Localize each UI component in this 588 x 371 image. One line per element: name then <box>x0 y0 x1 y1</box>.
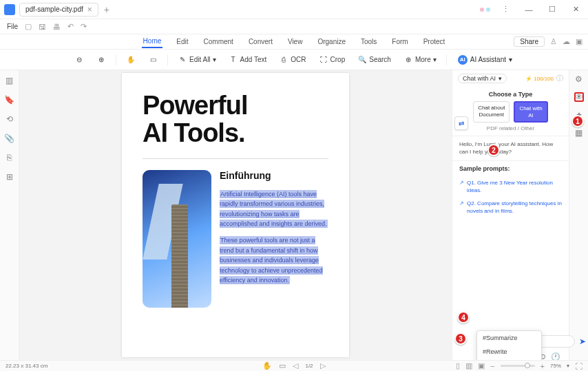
box-icon[interactable]: ▣ <box>576 37 582 46</box>
bookmark-icon[interactable]: 🔖 <box>5 95 14 105</box>
menu-tab-view[interactable]: View <box>286 36 304 47</box>
search-button[interactable]: 🔍Search <box>355 54 394 66</box>
document-viewport[interactable]: Powerful AI Tools. Einführung Artificial… <box>19 70 452 360</box>
print-icon[interactable]: 🖶 <box>53 23 61 31</box>
token-counter: ⚡100/100 <box>525 76 554 82</box>
zoom-in-status[interactable]: + <box>540 362 545 370</box>
menu-tab-edit[interactable]: Edit <box>175 36 189 47</box>
ai-context-menu: #Summarize #Rewrite #Grammar Check #Expl… <box>476 330 542 360</box>
share-button[interactable]: Share <box>514 36 545 47</box>
layers-icon[interactable]: ⊞ <box>5 172 14 182</box>
hand-cursor-icon[interactable]: ✋ <box>262 361 272 370</box>
thumbnails-icon[interactable]: ▥ <box>5 76 14 85</box>
minimize-button[interactable]: — <box>521 3 537 17</box>
sample-prompt-1[interactable]: ↗Q1. Give me 3 New Year resolution ideas… <box>459 176 562 197</box>
open-icon[interactable]: ▢ <box>25 22 32 31</box>
more-button[interactable]: ⊕More▾ <box>401 54 439 66</box>
arrow-icon: ↗ <box>459 179 464 194</box>
add-text-button[interactable]: TAdd Text <box>226 54 270 66</box>
tab-title: pdf-sample-city.pdf <box>25 6 83 13</box>
callout-badge-1: 1 <box>571 115 584 127</box>
doc-title-line1: Powerful <box>143 92 328 120</box>
selected-paragraph-1[interactable]: Artificial Intelligence (AI) tools have … <box>220 190 328 228</box>
menu-tab-comment[interactable]: Comment <box>202 36 235 47</box>
menu-bar: Home Edit Comment Convert View Organize … <box>0 34 588 50</box>
info-icon[interactable]: ⓘ <box>556 74 563 83</box>
eye-icon[interactable]: 👁 <box>574 92 584 102</box>
file-menu[interactable]: File <box>7 23 18 30</box>
settings-slider-icon[interactable]: ⚙ <box>574 74 584 84</box>
next-page-icon[interactable]: ▷ <box>320 361 326 370</box>
doc-subhead: Einführung <box>220 170 328 181</box>
attachment-icon[interactable]: 📎 <box>5 134 14 143</box>
view-facing-icon[interactable]: ▣ <box>478 361 485 370</box>
ocr-button[interactable]: ⎙OCR <box>276 54 308 66</box>
ai-history-icons[interactable]: ⟲🕐 <box>539 352 560 360</box>
share-rail-icon[interactable]: ⟲ <box>5 114 14 124</box>
callout-badge-3: 3 <box>454 332 467 345</box>
menu-tab-protect[interactable]: Protect <box>422 36 447 47</box>
ai-badge-icon: AI <box>458 55 468 65</box>
redo-icon[interactable]: ↷ <box>81 22 87 31</box>
ai-assistant-button[interactable]: AIAI Assistant▾ <box>454 54 516 66</box>
ai-mode-selector[interactable]: Chat with AI▾ <box>458 74 507 83</box>
doc-title-line2: AI Tools. <box>143 120 328 147</box>
send-icon[interactable]: ➤ <box>579 337 586 346</box>
edit-all-button[interactable]: ✎Edit All▾ <box>175 54 219 66</box>
choose-type-title: Choose a Type <box>459 91 562 98</box>
prev-page-icon[interactable]: ◁ <box>293 361 298 370</box>
left-sidebar: ▥ 🔖 ⟲ 📎 ⎘ ⊞ <box>0 70 19 360</box>
undo-icon[interactable]: ↶ <box>67 22 74 31</box>
new-tab-button[interactable]: + <box>104 4 109 15</box>
ai-greeting: Hello, I'm Lumi, your AI assistant. How … <box>452 136 569 160</box>
menu-tab-form[interactable]: Form <box>390 36 409 47</box>
clock-icon[interactable]: 🕐 <box>551 352 560 360</box>
zoom-out-status[interactable]: − <box>490 362 494 370</box>
hand-tool[interactable]: ✋ <box>123 54 138 66</box>
translate-badge[interactable]: ⇄ <box>454 116 468 130</box>
menu-tab-tools[interactable]: Tools <box>359 36 378 47</box>
fullscreen-icon[interactable]: ⛶ <box>575 362 582 370</box>
menu-tab-home[interactable]: Home <box>142 35 163 48</box>
summary-icon[interactable]: ⎘ <box>5 153 14 162</box>
view-single-icon[interactable]: ▯ <box>456 361 460 370</box>
callout-badge-4: 4 <box>457 311 470 324</box>
ocr-label: OCR <box>291 56 306 63</box>
chat-about-document-button[interactable]: Chat about Document <box>473 101 510 123</box>
zoom-in-button[interactable]: ⊕ <box>94 54 109 66</box>
kebab-icon[interactable]: ⋮ <box>497 3 514 17</box>
sample-prompt-2[interactable]: ↗Q2. Compare storytelling techniques in … <box>459 197 562 218</box>
title-bar: pdf-sample-city.pdf × + ⋮ — ☐ ✕ <box>0 0 588 19</box>
zoom-slider[interactable] <box>501 365 535 367</box>
arrow-icon: ↗ <box>459 200 464 215</box>
ctx-grammar[interactable]: #Grammar Check <box>477 359 541 360</box>
menu-tab-convert[interactable]: Convert <box>247 36 274 47</box>
right-sidebar: ⚙ 👁 ✦ ▦ <box>569 70 588 360</box>
chat-with-ai-button[interactable]: Chat with AI <box>514 101 547 123</box>
maximize-button[interactable]: ☐ <box>544 3 560 17</box>
cloud-icon[interactable]: ☁ <box>563 37 570 46</box>
person-icon[interactable]: ♙ <box>550 37 557 46</box>
save-icon[interactable]: 🖫 <box>39 23 46 31</box>
select-tool[interactable]: ▭ <box>145 54 160 66</box>
close-tab-icon[interactable]: × <box>87 5 92 14</box>
ctx-rewrite[interactable]: #Rewrite <box>477 345 541 359</box>
edit-all-label: Edit All <box>189 56 211 63</box>
crop-label: Crop <box>330 56 346 63</box>
ctx-summarize[interactable]: #Summarize <box>477 331 541 345</box>
close-window-button[interactable]: ✕ <box>567 3 584 17</box>
document-tab[interactable]: pdf-sample-city.pdf × <box>19 3 98 17</box>
view-continuous-icon[interactable]: ▥ <box>465 361 472 370</box>
status-bar: 22.23 x 31.43 cm ✋ ▭ ◁ 1/2 ▷ ▯ ▥ ▣ − + 7… <box>0 360 588 371</box>
callout-badge-2: 2 <box>487 144 500 156</box>
app-icon <box>4 4 15 15</box>
sample-prompts-title: Sample prompts: <box>459 165 562 172</box>
zoom-out-button[interactable]: ⊖ <box>72 54 87 66</box>
fit-icon[interactable]: ▭ <box>279 361 286 370</box>
page-counter: 1/2 <box>305 363 313 369</box>
selected-paragraph-2[interactable]: These powerful tools are not just a tren… <box>220 236 323 284</box>
grid-icon[interactable]: ▦ <box>574 128 584 138</box>
menu-tab-organize[interactable]: Organize <box>316 36 347 47</box>
crop-button[interactable]: ⛶Crop <box>316 54 348 66</box>
search-label: Search <box>369 56 391 63</box>
